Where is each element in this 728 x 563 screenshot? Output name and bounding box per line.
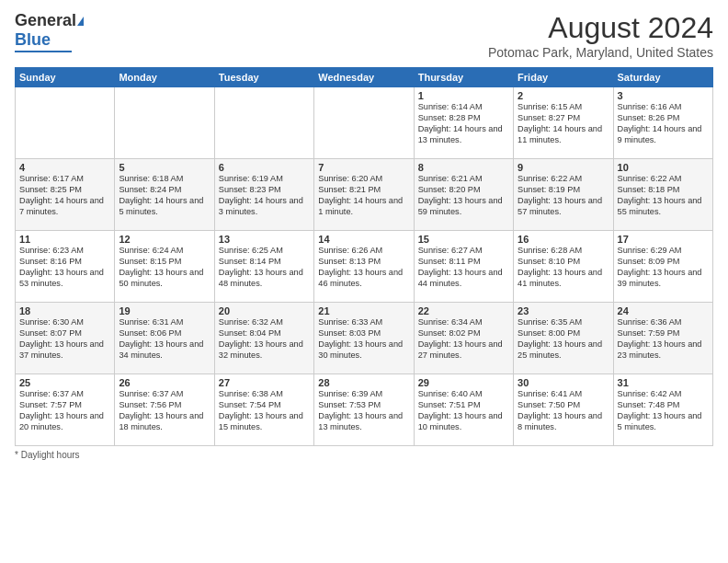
day-number: 3 bbox=[618, 90, 709, 101]
day-info: Daylight: 14 hours and 9 minutes. bbox=[618, 124, 709, 146]
calendar-week-row: 18Sunrise: 6:30 AMSunset: 8:07 PMDayligh… bbox=[16, 303, 713, 374]
calendar-cell: 20Sunrise: 6:32 AMSunset: 8:04 PMDayligh… bbox=[214, 303, 313, 374]
calendar-cell: 23Sunrise: 6:35 AMSunset: 8:00 PMDayligh… bbox=[514, 303, 613, 374]
day-info: Sunset: 8:15 PM bbox=[119, 257, 210, 268]
calendar-cell: 30Sunrise: 6:41 AMSunset: 7:50 PMDayligh… bbox=[514, 374, 613, 446]
day-info: Sunset: 7:53 PM bbox=[318, 400, 409, 411]
day-number: 26 bbox=[119, 377, 210, 388]
day-number: 15 bbox=[418, 234, 509, 245]
day-info: Sunset: 8:00 PM bbox=[518, 328, 609, 339]
day-info: Daylight: 13 hours and 15 minutes. bbox=[219, 411, 310, 433]
day-info: Sunset: 7:56 PM bbox=[119, 400, 210, 411]
calendar-week-row: 11Sunrise: 6:23 AMSunset: 8:16 PMDayligh… bbox=[16, 231, 713, 303]
day-info: Sunrise: 6:18 AM bbox=[119, 174, 210, 185]
footer-note: * Daylight hours bbox=[15, 450, 713, 460]
day-number: 5 bbox=[119, 162, 210, 173]
calendar-cell: 7Sunrise: 6:20 AMSunset: 8:21 PMDaylight… bbox=[314, 159, 414, 231]
calendar-cell: 12Sunrise: 6:24 AMSunset: 8:15 PMDayligh… bbox=[115, 231, 214, 303]
day-number: 21 bbox=[318, 305, 409, 316]
weekday-header: Tuesday bbox=[214, 68, 313, 87]
day-info: Sunset: 7:51 PM bbox=[418, 400, 509, 411]
day-info: Sunset: 8:16 PM bbox=[19, 257, 110, 268]
day-number: 12 bbox=[119, 234, 210, 245]
day-info: Sunrise: 6:17 AM bbox=[19, 174, 110, 185]
day-info: Daylight: 13 hours and 5 minutes. bbox=[618, 411, 709, 433]
calendar-cell: 3Sunrise: 6:16 AMSunset: 8:26 PMDaylight… bbox=[613, 87, 712, 159]
logo-triangle-icon bbox=[77, 17, 84, 26]
day-info: Sunrise: 6:19 AM bbox=[219, 174, 310, 185]
day-info: Sunrise: 6:23 AM bbox=[19, 246, 110, 257]
calendar-cell: 17Sunrise: 6:29 AMSunset: 8:09 PMDayligh… bbox=[613, 231, 712, 303]
day-number: 28 bbox=[318, 377, 409, 388]
day-info: Sunset: 8:27 PM bbox=[518, 113, 609, 124]
day-info: Sunset: 8:11 PM bbox=[418, 257, 509, 268]
calendar-cell: 13Sunrise: 6:25 AMSunset: 8:14 PMDayligh… bbox=[214, 231, 313, 303]
day-info: Daylight: 13 hours and 32 minutes. bbox=[219, 339, 310, 362]
day-info: Daylight: 14 hours and 7 minutes. bbox=[19, 196, 110, 218]
calendar-week-row: 4Sunrise: 6:17 AMSunset: 8:25 PMDaylight… bbox=[16, 159, 713, 231]
day-number: 2 bbox=[518, 90, 609, 101]
day-info: Daylight: 13 hours and 44 minutes. bbox=[418, 268, 509, 290]
day-info: Sunset: 8:04 PM bbox=[219, 328, 310, 339]
day-info: Sunrise: 6:42 AM bbox=[618, 389, 709, 400]
day-info: Sunset: 7:54 PM bbox=[219, 400, 310, 411]
day-number: 9 bbox=[518, 162, 609, 173]
day-info: Sunrise: 6:14 AM bbox=[418, 102, 509, 113]
calendar-cell: 19Sunrise: 6:31 AMSunset: 8:06 PMDayligh… bbox=[115, 303, 214, 374]
calendar-cell: 31Sunrise: 6:42 AMSunset: 7:48 PMDayligh… bbox=[613, 374, 712, 446]
day-info: Daylight: 14 hours and 13 minutes. bbox=[418, 124, 509, 146]
calendar-cell bbox=[16, 87, 115, 159]
day-number: 30 bbox=[518, 377, 609, 388]
day-number: 16 bbox=[518, 234, 609, 245]
day-info: Daylight: 14 hours and 3 minutes. bbox=[219, 196, 310, 218]
day-info: Sunrise: 6:38 AM bbox=[219, 389, 310, 400]
day-info: Sunrise: 6:24 AM bbox=[119, 246, 210, 257]
day-number: 23 bbox=[518, 305, 609, 316]
calendar-cell: 4Sunrise: 6:17 AMSunset: 8:25 PMDaylight… bbox=[16, 159, 115, 231]
calendar-cell: 5Sunrise: 6:18 AMSunset: 8:24 PMDaylight… bbox=[115, 159, 214, 231]
calendar-cell: 9Sunrise: 6:22 AMSunset: 8:19 PMDaylight… bbox=[514, 159, 613, 231]
weekday-header: Saturday bbox=[613, 68, 712, 87]
day-number: 18 bbox=[19, 305, 110, 316]
day-number: 31 bbox=[618, 377, 709, 388]
calendar-cell: 26Sunrise: 6:37 AMSunset: 7:56 PMDayligh… bbox=[115, 374, 214, 446]
day-info: Daylight: 13 hours and 20 minutes. bbox=[19, 411, 110, 433]
header-row: SundayMondayTuesdayWednesdayThursdayFrid… bbox=[16, 68, 713, 87]
day-number: 7 bbox=[318, 162, 409, 173]
day-info: Sunrise: 6:33 AM bbox=[318, 317, 409, 328]
calendar-cell: 29Sunrise: 6:40 AMSunset: 7:51 PMDayligh… bbox=[414, 374, 513, 446]
day-info: Sunset: 8:28 PM bbox=[418, 113, 509, 124]
day-info: Sunset: 8:20 PM bbox=[418, 185, 509, 196]
day-number: 24 bbox=[618, 305, 709, 316]
day-info: Daylight: 13 hours and 46 minutes. bbox=[318, 268, 409, 290]
calendar-cell: 27Sunrise: 6:38 AMSunset: 7:54 PMDayligh… bbox=[214, 374, 313, 446]
day-info: Daylight: 13 hours and 8 minutes. bbox=[518, 411, 609, 433]
calendar-cell: 15Sunrise: 6:27 AMSunset: 8:11 PMDayligh… bbox=[414, 231, 513, 303]
day-info: Sunset: 8:24 PM bbox=[119, 185, 210, 196]
day-info: Sunrise: 6:39 AM bbox=[318, 389, 409, 400]
day-number: 11 bbox=[19, 234, 110, 245]
calendar-cell: 8Sunrise: 6:21 AMSunset: 8:20 PMDaylight… bbox=[414, 159, 513, 231]
day-number: 10 bbox=[618, 162, 709, 173]
day-info: Daylight: 13 hours and 37 minutes. bbox=[19, 339, 110, 362]
weekday-header: Sunday bbox=[16, 68, 115, 87]
day-info: Daylight: 13 hours and 53 minutes. bbox=[19, 268, 110, 290]
day-number: 8 bbox=[418, 162, 509, 173]
day-info: Sunset: 7:57 PM bbox=[19, 400, 110, 411]
day-info: Sunset: 8:07 PM bbox=[19, 328, 110, 339]
day-info: Sunset: 7:48 PM bbox=[618, 400, 709, 411]
day-info: Daylight: 14 hours and 5 minutes. bbox=[119, 196, 210, 218]
day-info: Sunrise: 6:21 AM bbox=[418, 174, 509, 185]
day-info: Sunrise: 6:31 AM bbox=[119, 317, 210, 328]
day-info: Daylight: 13 hours and 30 minutes. bbox=[318, 339, 409, 362]
calendar-cell: 25Sunrise: 6:37 AMSunset: 7:57 PMDayligh… bbox=[16, 374, 115, 446]
day-number: 6 bbox=[219, 162, 310, 173]
day-info: Daylight: 13 hours and 25 minutes. bbox=[518, 339, 609, 362]
day-info: Sunrise: 6:16 AM bbox=[618, 102, 709, 113]
day-info: Sunrise: 6:36 AM bbox=[618, 317, 709, 328]
calendar-cell: 24Sunrise: 6:36 AMSunset: 7:59 PMDayligh… bbox=[613, 303, 712, 374]
title-block: August 2024 Potomac Park, Maryland, Unit… bbox=[488, 11, 713, 60]
day-info: Sunrise: 6:37 AM bbox=[19, 389, 110, 400]
day-number: 17 bbox=[618, 234, 709, 245]
day-info: Sunrise: 6:32 AM bbox=[219, 317, 310, 328]
